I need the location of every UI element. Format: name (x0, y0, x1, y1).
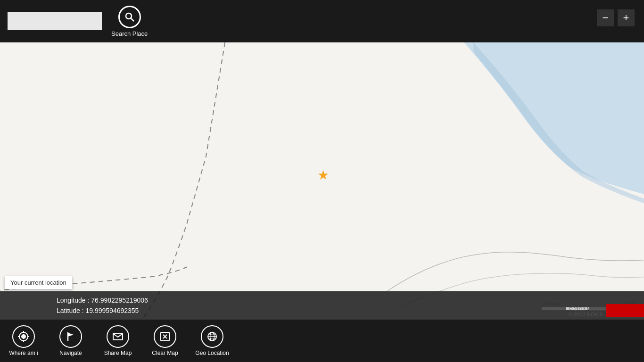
zoom-out-button[interactable]: − (597, 9, 614, 26)
clear-icon (154, 325, 176, 348)
clear-map-label: Clear Map (152, 350, 178, 356)
clear-map-button[interactable]: Clear Map (141, 320, 189, 362)
longitude-label: Longitude : (57, 296, 89, 304)
svg-point-0 (126, 13, 132, 19)
svg-point-3 (21, 334, 26, 339)
tooltip-text: Your current location (10, 279, 66, 286)
clear-map-svg (159, 331, 171, 342)
geo-location-icon (201, 325, 223, 348)
red-indicator (606, 304, 644, 317)
where-am-i-icon (12, 325, 35, 348)
zoom-controls: − + (597, 9, 635, 26)
search-svg (124, 11, 135, 23)
share-map-label: Share Map (104, 350, 132, 356)
navigate-icon (59, 325, 82, 348)
longitude-value: 76.9982295219006 (91, 296, 148, 304)
map-area[interactable]: ★ (0, 42, 644, 320)
zoom-in-button[interactable]: + (618, 9, 635, 26)
latitude-label: Latitude : (57, 307, 84, 314)
scale-left-label: 250 yds (542, 301, 561, 306)
scale-seg-1 (542, 307, 566, 310)
top-bar: thaltej Search Place (0, 0, 644, 42)
search-container: thaltej (8, 12, 102, 30)
bottom-bar: Where am i Navigate Share Map (0, 320, 644, 362)
latitude-value: 19.999594692355 (86, 307, 139, 314)
geo-location-label: Geo Location (195, 350, 229, 356)
navigate-button[interactable]: Navigate (47, 320, 94, 362)
location-dot-icon (17, 330, 30, 343)
location-marker: ★ (317, 169, 329, 182)
geo-location-button[interactable]: Geo Location (189, 320, 236, 362)
flag-icon (65, 331, 76, 342)
where-am-i-button[interactable]: Where am i (0, 320, 47, 362)
search-place-label: Search Place (111, 30, 148, 37)
search-icon (118, 6, 141, 28)
where-am-i-label: Where am i (9, 350, 38, 356)
current-location-tooltip: Your current location (5, 276, 72, 289)
search-place-button[interactable]: Search Place (111, 6, 148, 37)
share-icon (107, 325, 129, 348)
navigate-label: Navigate (59, 350, 82, 356)
share-map-button[interactable]: Share Map (94, 320, 141, 362)
search-input[interactable]: thaltej (8, 12, 102, 30)
svg-line-1 (131, 18, 134, 21)
envelope-icon (112, 331, 124, 342)
globe-icon (206, 331, 218, 342)
